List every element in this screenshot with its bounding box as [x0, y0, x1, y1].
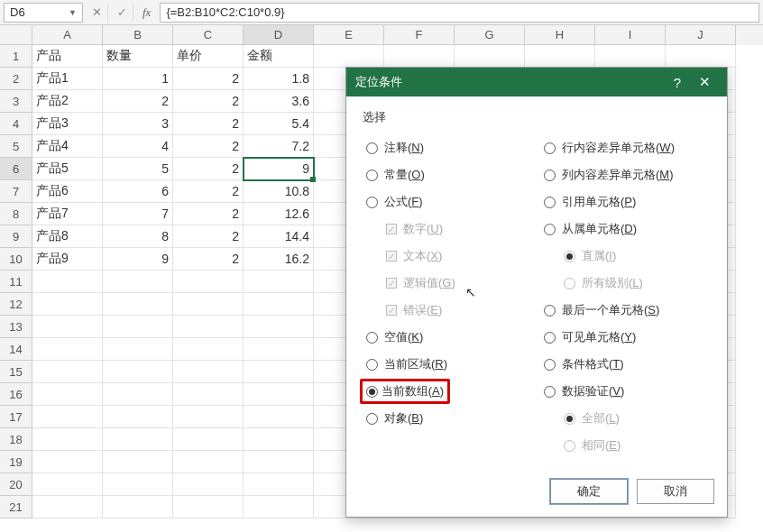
row-header-2[interactable]: 2 [0, 68, 32, 90]
row-header-13[interactable]: 13 [0, 316, 32, 338]
cell-C8[interactable]: 2 [173, 203, 244, 225]
cell-B14[interactable] [103, 338, 173, 361]
cell-C3[interactable]: 2 [173, 90, 244, 113]
cell-B16[interactable] [103, 383, 173, 406]
cell-B8[interactable]: 7 [103, 203, 173, 225]
col-header-B[interactable]: B [103, 25, 173, 45]
row-header-9[interactable]: 9 [0, 225, 32, 248]
cell-C10[interactable]: 2 [173, 248, 244, 271]
cancel-formula-icon[interactable]: ✕ [87, 3, 108, 23]
option-r[interactable]: 当前区域(R) [363, 351, 533, 378]
cell-A14[interactable] [32, 338, 103, 361]
option-v[interactable]: 数据验证(V) [540, 378, 711, 405]
cell-A7[interactable]: 产品6 [32, 180, 103, 203]
cell-A10[interactable]: 产品9 [32, 248, 103, 271]
cell-D15[interactable] [244, 361, 314, 383]
cell-D8[interactable]: 12.6 [244, 203, 314, 225]
cell-D7[interactable]: 10.8 [244, 180, 314, 203]
cell-C18[interactable] [173, 428, 244, 451]
cell-B13[interactable] [103, 316, 173, 338]
name-box[interactable]: D6 ▼ [4, 3, 83, 23]
option-y[interactable]: 可见单元格(Y) [540, 324, 711, 351]
cell-C5[interactable]: 2 [173, 135, 244, 158]
col-header-J[interactable]: J [666, 25, 736, 45]
cell-B15[interactable] [103, 361, 173, 383]
cell-D2[interactable]: 1.8 [244, 68, 314, 90]
cell-C6[interactable]: 2 [173, 158, 244, 180]
col-header-A[interactable]: A [32, 25, 103, 45]
cell-A15[interactable] [32, 361, 103, 383]
dialog-help-button[interactable]: ? [664, 75, 691, 90]
row-header-15[interactable]: 15 [0, 361, 32, 383]
cell-B20[interactable] [103, 473, 173, 496]
cell-A13[interactable] [32, 316, 103, 338]
cell-C9[interactable]: 2 [173, 225, 244, 248]
row-header-18[interactable]: 18 [0, 428, 32, 451]
cell-D11[interactable] [244, 271, 314, 293]
col-header-E[interactable]: E [314, 25, 384, 45]
select-all-corner[interactable] [0, 25, 32, 45]
cell-D1[interactable]: 金额 [244, 45, 314, 68]
cell-A8[interactable]: 产品7 [32, 203, 103, 225]
col-header-I[interactable]: I [595, 25, 666, 45]
fx-icon[interactable]: fx [137, 5, 156, 20]
cell-F1[interactable] [384, 45, 455, 68]
option-n[interactable]: 注释(N) [363, 134, 533, 161]
cell-H1[interactable] [525, 45, 595, 68]
option-a[interactable]: 当前数组(A) [363, 378, 533, 405]
col-header-F[interactable]: F [384, 25, 455, 45]
cell-A21[interactable] [32, 496, 103, 518]
cell-A5[interactable]: 产品4 [32, 135, 103, 158]
cell-D13[interactable] [244, 316, 314, 338]
cell-D18[interactable] [244, 428, 314, 451]
col-header-C[interactable]: C [173, 25, 244, 45]
col-header-H[interactable]: H [525, 25, 595, 45]
option-b[interactable]: 对象(B) [363, 405, 533, 432]
col-header-G[interactable]: G [455, 25, 525, 45]
col-header-D[interactable]: D [244, 25, 314, 45]
option-t[interactable]: 条件格式(T) [540, 351, 711, 378]
row-header-8[interactable]: 8 [0, 203, 32, 225]
cell-A20[interactable] [32, 473, 103, 496]
cell-B11[interactable] [103, 271, 173, 293]
option-f[interactable]: 公式(F) [363, 188, 533, 216]
cell-C14[interactable] [173, 338, 244, 361]
formula-input[interactable]: {=B2:B10*C2:C10*0.9} [160, 3, 759, 23]
cell-A4[interactable]: 产品3 [32, 113, 103, 135]
cell-A3[interactable]: 产品2 [32, 90, 103, 113]
cell-B21[interactable] [103, 496, 173, 518]
cell-D19[interactable] [244, 451, 314, 473]
cell-B4[interactable]: 3 [103, 113, 173, 135]
cell-D3[interactable]: 3.6 [244, 90, 314, 113]
cell-A19[interactable] [32, 451, 103, 473]
cell-B5[interactable]: 4 [103, 135, 173, 158]
cell-B9[interactable]: 8 [103, 225, 173, 248]
row-header-19[interactable]: 19 [0, 451, 32, 473]
cell-D12[interactable] [244, 293, 314, 316]
ok-button[interactable]: 确定 [550, 479, 628, 504]
cell-C2[interactable]: 2 [173, 68, 244, 90]
cell-D17[interactable] [244, 406, 314, 428]
cell-A2[interactable]: 产品1 [32, 68, 103, 90]
cell-D10[interactable]: 16.2 [244, 248, 314, 271]
row-header-5[interactable]: 5 [0, 135, 32, 158]
cell-C1[interactable]: 单价 [173, 45, 244, 68]
cell-C21[interactable] [173, 496, 244, 518]
cancel-button[interactable]: 取消 [637, 479, 714, 504]
row-header-11[interactable]: 11 [0, 271, 32, 293]
cell-A12[interactable] [32, 293, 103, 316]
cell-G1[interactable] [455, 45, 525, 68]
cell-D9[interactable]: 14.4 [244, 225, 314, 248]
row-header-10[interactable]: 10 [0, 248, 32, 271]
dialog-titlebar[interactable]: 定位条件 ? ✕ [346, 68, 727, 96]
row-header-7[interactable]: 7 [0, 180, 32, 203]
option-m[interactable]: 列内容差异单元格(M) [540, 161, 711, 188]
cell-I1[interactable] [595, 45, 666, 68]
cell-C15[interactable] [173, 361, 244, 383]
cell-B2[interactable]: 1 [103, 68, 173, 90]
row-header-12[interactable]: 12 [0, 293, 32, 316]
cell-D16[interactable] [244, 383, 314, 406]
cell-D4[interactable]: 5.4 [244, 113, 314, 135]
cell-B3[interactable]: 2 [103, 90, 173, 113]
row-header-17[interactable]: 17 [0, 406, 32, 428]
